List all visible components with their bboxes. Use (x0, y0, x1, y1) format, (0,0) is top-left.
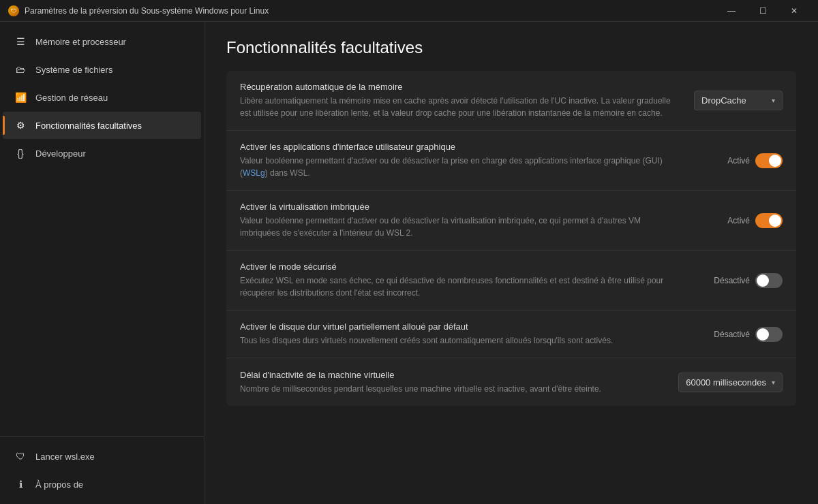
fonctionnalites-label: Fonctionnalités facultatives (35, 121, 142, 131)
reseau-icon: 📶 (14, 91, 27, 104)
sidebar-item-fonctionnalites[interactable]: ⚙ Fonctionnalités facultatives (3, 112, 201, 139)
delai-dropdown-value: 60000 millisecondes (686, 377, 766, 388)
gui-toggle[interactable] (755, 153, 783, 168)
sidebar-item-apropos[interactable]: ℹ À propos de (3, 471, 201, 498)
fonctionnalites-icon: ⚙ (14, 119, 27, 132)
gui-link[interactable]: WSLg (243, 168, 265, 178)
sidebar-item-lancer[interactable]: 🛡 Lancer wsl.exe (3, 443, 201, 470)
gui-title: Activer les applications d'interface uti… (240, 142, 676, 152)
recuperation-title: Récupération automatique de la mémoire (240, 82, 676, 92)
sidebar-item-memoire[interactable]: ☰ Mémoire et processeur (3, 28, 201, 55)
gui-description: Valeur booléenne permettant d'activer ou… (240, 156, 663, 178)
memoire-icon: ☰ (14, 35, 27, 48)
recuperation-description: Libère automatiquement la mémoire mise e… (240, 96, 671, 118)
gui-control: Activé (687, 153, 783, 168)
close-button[interactable]: ✕ (778, 0, 810, 22)
recuperation-desc: Libère automatiquement la mémoire mise e… (240, 95, 676, 119)
delai-dropdown-arrow: ▾ (772, 379, 775, 386)
delai-dropdown[interactable]: 60000 millisecondes ▾ (678, 373, 783, 392)
disque-desc: Tous les disques durs virtuels nouvellem… (240, 334, 676, 347)
page-title: Fonctionnalités facultatives (226, 38, 796, 57)
recuperation-dropdown-arrow: ▾ (772, 97, 775, 104)
disque-toggle[interactable] (755, 327, 783, 342)
app-layout: ☰ Mémoire et processeur 🗁 Système de fic… (0, 22, 818, 504)
lancer-label: Lancer wsl.exe (35, 452, 95, 462)
securise-title: Activer le mode sécurisé (240, 262, 676, 272)
titlebar: 🛡 Paramètres de la préversion du Sous-sy… (0, 0, 818, 22)
gui-info: Activer les applications d'interface uti… (240, 142, 687, 179)
securise-toggle-thumb (757, 274, 769, 287)
minimize-button[interactable]: — (716, 0, 747, 22)
disque-control: Désactivé (687, 327, 783, 342)
apropos-label: À propos de (35, 479, 83, 490)
setting-row-disque: Activer le disque dur virtuel partiellem… (226, 311, 796, 358)
disque-description: Tous les disques durs virtuels nouvellem… (240, 336, 613, 345)
virtualisation-info: Activer la virtualisation imbriquée Vale… (240, 202, 687, 239)
sidebar-item-fichiers[interactable]: 🗁 Système de fichiers (3, 56, 201, 83)
delai-info: Délai d'inactivité de la machine virtuel… (240, 370, 678, 395)
virtualisation-description: Valeur booléenne permettant d'activer ou… (240, 216, 641, 238)
sidebar: ☰ Mémoire et processeur 🗁 Système de fic… (0, 22, 204, 504)
sidebar-bottom-items: 🛡 Lancer wsl.exe ℹ À propos de (0, 443, 204, 498)
virtualisation-desc: Valeur booléenne permettant d'activer ou… (240, 215, 676, 239)
disque-toggle-container: Désactivé (714, 327, 783, 342)
disque-toggle-label: Désactivé (714, 330, 750, 339)
fichiers-label: Système de fichiers (35, 65, 112, 75)
virtualisation-toggle-label: Activé (727, 216, 750, 225)
developpeur-label: Développeur (35, 148, 86, 159)
window-controls: — ☐ ✕ (716, 0, 810, 22)
fichiers-icon: 🗁 (14, 63, 27, 76)
delai-description: Nombre de millisecondes pendant lesquell… (240, 384, 601, 394)
securise-info: Activer le mode sécurisé Exécutez WSL en… (240, 262, 687, 299)
virtualisation-toggle-container: Activé (727, 213, 783, 228)
securise-desc: Exécutez WSL en mode sans échec, ce qui … (240, 274, 676, 299)
disque-title: Activer le disque dur virtuel partiellem… (240, 321, 676, 332)
securise-toggle[interactable] (755, 273, 783, 288)
setting-row-securise: Activer le mode sécurisé Exécutez WSL en… (226, 251, 796, 311)
lancer-icon: 🛡 (14, 450, 27, 463)
setting-row-delai: Délai d'inactivité de la machine virtuel… (226, 358, 796, 406)
apropos-icon: ℹ (14, 477, 27, 491)
recuperation-info: Récupération automatique de la mémoire L… (240, 82, 687, 119)
delai-desc: Nombre de millisecondes pendant lesquell… (240, 383, 667, 395)
memoire-label: Mémoire et processeur (35, 37, 126, 47)
setting-row-recuperation: Récupération automatique de la mémoire L… (226, 71, 796, 131)
securise-control: Désactivé (687, 273, 783, 288)
titlebar-title: Paramètres de la préversion du Sous-syst… (25, 6, 716, 16)
virtualisation-toggle-thumb (769, 215, 781, 227)
main-content: Fonctionnalités facultatives Récupératio… (204, 22, 818, 504)
recuperation-control: DropCache ▾ (687, 91, 783, 110)
gui-toggle-container: Activé (727, 153, 783, 168)
securise-toggle-label: Désactivé (714, 276, 750, 285)
disque-info: Activer le disque dur virtuel partiellem… (240, 321, 687, 347)
gui-desc: Valeur booléenne permettant d'activer ou… (240, 155, 676, 179)
disque-toggle-thumb (757, 328, 769, 341)
developpeur-icon: {} (14, 146, 27, 160)
gui-toggle-label: Activé (727, 156, 750, 166)
sidebar-bottom: 🛡 Lancer wsl.exe ℹ À propos de (0, 436, 204, 499)
settings-card: Récupération automatique de la mémoire L… (226, 71, 796, 406)
recuperation-dropdown[interactable]: DropCache ▾ (694, 91, 783, 110)
sidebar-item-developpeur[interactable]: {} Développeur (3, 140, 201, 167)
delai-control: 60000 millisecondes ▾ (678, 373, 783, 392)
sidebar-nav: ☰ Mémoire et processeur 🗁 Système de fic… (0, 27, 204, 168)
virtualisation-title: Activer la virtualisation imbriquée (240, 202, 676, 212)
sidebar-item-reseau[interactable]: 📶 Gestion de réseau (3, 84, 201, 111)
virtualisation-control: Activé (687, 213, 783, 228)
reseau-label: Gestion de réseau (35, 93, 108, 103)
setting-row-gui: Activer les applications d'interface uti… (226, 131, 796, 191)
maximize-button[interactable]: ☐ (747, 0, 778, 22)
app-icon: 🛡 (8, 5, 19, 16)
securise-description: Exécutez WSL en mode sans échec, ce qui … (240, 276, 663, 298)
setting-row-virtualisation: Activer la virtualisation imbriquée Vale… (226, 191, 796, 251)
recuperation-dropdown-value: DropCache (701, 95, 746, 106)
delai-title: Délai d'inactivité de la machine virtuel… (240, 370, 667, 380)
virtualisation-toggle[interactable] (755, 213, 783, 228)
securise-toggle-container: Désactivé (714, 273, 783, 288)
gui-toggle-thumb (769, 155, 781, 167)
